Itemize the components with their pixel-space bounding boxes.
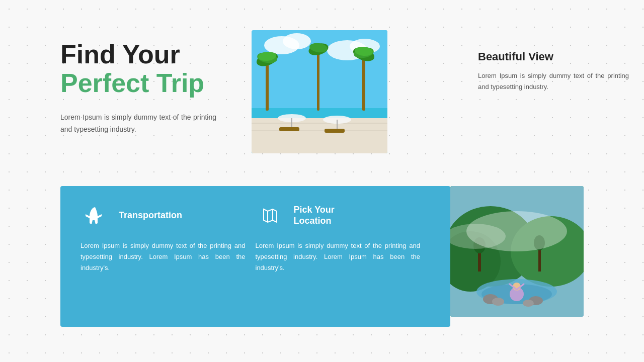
- top-section: Find Your Perfect Trip Lorem Ipsum is si…: [0, 0, 644, 186]
- nature-image: [450, 186, 584, 317]
- svg-rect-25: [279, 127, 299, 131]
- svg-point-45: [523, 300, 534, 307]
- content-wrapper: Find Your Perfect Trip Lorem Ipsum is si…: [0, 0, 644, 362]
- bottom-section: Transportation Pick YourLocation: [60, 186, 584, 327]
- hero-title-line1: Find Your: [60, 40, 226, 69]
- svg-rect-26: [325, 129, 345, 133]
- hero-description: Lorem Ipsum is simply dummy text of the …: [60, 112, 216, 136]
- transportation-description: Lorem Ipsum is simply dummy text of the …: [80, 240, 256, 274]
- blue-card-icons-row: Transportation Pick YourLocation: [80, 201, 430, 230]
- plane-icon: [80, 201, 110, 230]
- beautiful-view-title: Beautiful View: [478, 50, 629, 63]
- svg-rect-22: [291, 118, 292, 128]
- svg-rect-10: [266, 60, 269, 111]
- beautiful-view-block: Beautiful View Lorem Ipsum is simply dum…: [453, 30, 644, 176]
- svg-rect-24: [337, 120, 338, 130]
- hero-text-block: Find Your Perfect Trip Lorem Ipsum is si…: [0, 30, 247, 176]
- center-image-wrapper: [247, 30, 392, 176]
- transportation-block: Transportation: [80, 201, 256, 230]
- blue-card-texts-row: Lorem Ipsum is simply dummy text of the …: [80, 240, 430, 274]
- svg-point-2: [283, 33, 311, 49]
- hero-title-line2: Perfect Trip: [60, 69, 226, 98]
- svg-point-43: [492, 298, 504, 306]
- svg-rect-18: [317, 50, 319, 111]
- blue-card: Transportation Pick YourLocation: [60, 186, 450, 327]
- beautiful-view-text: Lorem Ipsum is simply dummy text of the …: [478, 70, 629, 93]
- pick-location-label: Pick YourLocation: [294, 205, 335, 226]
- resort-image: [252, 30, 387, 153]
- pick-location-description: Lorem Ipsum is simply dummy text of the …: [256, 240, 431, 274]
- svg-marker-27: [264, 209, 277, 222]
- spacer: [392, 30, 453, 176]
- pick-location-block: Pick YourLocation: [256, 201, 431, 230]
- transportation-label: Transportation: [119, 210, 182, 221]
- svg-rect-14: [362, 55, 365, 111]
- map-icon: [256, 201, 285, 230]
